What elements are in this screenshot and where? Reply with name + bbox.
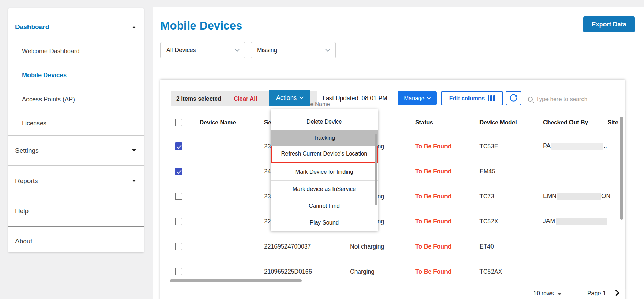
- cell-checked-out-by: EMNON: [543, 193, 610, 200]
- chevron-down-icon: [299, 95, 304, 99]
- status-filter-dropdown[interactable]: Missing: [251, 42, 336, 58]
- sidebar-item-label: Access Points (AP): [22, 96, 75, 103]
- table-header-row: Device Name Serial Number Status Device …: [169, 111, 625, 134]
- clear-all-button[interactable]: Clear All: [234, 95, 257, 102]
- cell-checked-out-by: JAM: [543, 218, 608, 225]
- pagination-bar: 10 rows Page 1: [160, 289, 625, 299]
- cell-checked-out-by: PA..: [543, 142, 607, 150]
- cell-charging: Not charging: [350, 243, 384, 250]
- chevron-down-icon: [132, 180, 136, 182]
- status-filter-value: Missing: [257, 47, 277, 54]
- sidebar-item-access-points[interactable]: Access Points (AP): [8, 87, 144, 111]
- devices-table-card: 2 items selected Clear All Device Name A…: [160, 80, 625, 299]
- next-page-button[interactable]: [613, 290, 619, 296]
- columns-icon: [488, 95, 495, 101]
- chevron-down-icon: [132, 149, 136, 152]
- row-checkbox[interactable]: [175, 268, 182, 275]
- export-data-button[interactable]: Export Data: [583, 16, 635, 32]
- last-updated-label: Last Updated: 08:01 PM: [323, 95, 387, 102]
- header-status[interactable]: Status: [415, 119, 433, 126]
- sidebar-item-help[interactable]: Help: [8, 196, 144, 226]
- sidebar-item-label: Reports: [15, 177, 38, 185]
- cell-device-model: EM45: [479, 168, 495, 175]
- cell-serial: 23: [264, 143, 271, 150]
- rows-per-page-dropdown[interactable]: 10 rows: [533, 290, 562, 297]
- menu-item-mark-device-for-finding[interactable]: Mark Device for finding: [271, 163, 378, 180]
- header-device-model[interactable]: Device Model: [479, 119, 517, 126]
- chevron-up-icon: [132, 26, 136, 28]
- sidebar-item-label: Licenses: [22, 120, 46, 127]
- menu-scrollbar[interactable]: [375, 134, 377, 205]
- table-row: 23 Not charging To Be Found TC53E PA..: [169, 134, 625, 159]
- table-row: 24 Charging To Be Found EM45: [169, 159, 625, 184]
- cell-serial: 22169524700037: [264, 243, 311, 250]
- cell-status: To Be Found: [415, 268, 452, 275]
- edit-columns-label: Edit columns: [449, 95, 485, 102]
- actions-dropdown-menu: Delete Device Tracking Refresh Current D…: [271, 109, 378, 231]
- sidebar-item-reports[interactable]: Reports: [8, 165, 144, 196]
- sidebar-item-dashboard[interactable]: Dashboard: [8, 15, 144, 39]
- sidebar-item-settings[interactable]: Settings: [8, 135, 144, 165]
- sidebar-item-label: About: [15, 238, 32, 245]
- sidebar-item-label: Help: [15, 207, 29, 215]
- chevron-down-icon: [557, 293, 562, 295]
- menu-item-cannot-find[interactable]: Cannot Find: [271, 197, 378, 214]
- search-icon: [528, 97, 533, 102]
- cell-status: To Be Found: [415, 243, 452, 250]
- refresh-button[interactable]: [506, 91, 521, 105]
- selected-count-label: 2 items selected: [176, 95, 221, 102]
- header-checked-out-by[interactable]: Checked Out By: [543, 119, 588, 126]
- header-site[interactable]: Site: [608, 119, 618, 126]
- redacted-text-block: [557, 193, 601, 200]
- menu-item-play-sound[interactable]: Play Sound: [271, 214, 378, 231]
- sidebar-item-mobile-devices[interactable]: Mobile Devices: [8, 63, 144, 87]
- sidebar-item-label: Dashboard: [15, 23, 49, 31]
- menu-item-delete-device[interactable]: Delete Device: [271, 113, 378, 130]
- sidebar-item-label: Welcome Dashboard: [22, 48, 80, 55]
- cell-serial: 24: [264, 168, 271, 175]
- cell-serial: 22: [264, 218, 271, 225]
- search-input[interactable]: [536, 96, 615, 103]
- table-row: 22 Not charging To Be Found TC52X JAM: [169, 209, 625, 234]
- cell-device-model: TC53E: [479, 143, 498, 150]
- chevron-down-icon: [427, 95, 431, 100]
- manage-button[interactable]: Manage: [398, 91, 437, 105]
- device-filter-value: All Devices: [166, 47, 196, 54]
- table-vertical-scrollbar[interactable]: [620, 117, 623, 220]
- devices-table: Device Name Serial Number Status Device …: [169, 111, 626, 289]
- menu-group-tracking: Tracking: [271, 130, 378, 146]
- page-number-label: Page 1: [587, 290, 606, 297]
- cell-status: To Be Found: [415, 168, 452, 175]
- redacted-text-block: [556, 218, 607, 225]
- cell-device-model: ET40: [479, 243, 494, 250]
- header-device-name[interactable]: Device Name: [200, 119, 236, 126]
- table-horizontal-scrollbar[interactable]: [170, 279, 302, 282]
- row-checkbox[interactable]: [175, 243, 182, 250]
- sidebar-item-about[interactable]: About: [8, 226, 144, 252]
- page-title: Mobile Devices: [160, 19, 242, 32]
- row-checkbox[interactable]: [175, 142, 182, 150]
- device-filter-dropdown[interactable]: All Devices: [160, 42, 245, 58]
- rows-per-page-label: 10 rows: [533, 290, 554, 297]
- menu-item-refresh-current-device-location[interactable]: Refresh Current Device's Location: [271, 146, 378, 163]
- row-checkbox[interactable]: [175, 218, 182, 225]
- actions-button[interactable]: Actions: [269, 90, 310, 106]
- select-all-checkbox[interactable]: [175, 119, 182, 126]
- edit-columns-button[interactable]: Edit columns: [441, 91, 503, 105]
- table-row: 23 Not charging To Be Found TC73 EMNON: [169, 184, 625, 209]
- cell-status: To Be Found: [415, 143, 452, 150]
- cell-charging: Charging: [350, 268, 374, 275]
- sidebar: Dashboard Welcome Dashboard Mobile Devic…: [8, 8, 144, 252]
- row-checkbox[interactable]: [175, 168, 182, 175]
- sidebar-item-label: Settings: [15, 147, 39, 154]
- table-scrollbar-track: [619, 111, 619, 289]
- sidebar-item-welcome-dashboard[interactable]: Welcome Dashboard: [8, 39, 144, 63]
- menu-item-mark-device-as-inservice[interactable]: Mark device as InService: [271, 180, 378, 197]
- chevron-down-icon: [235, 46, 240, 52]
- main-panel: Mobile Devices Export Data All Devices M…: [153, 7, 644, 299]
- row-checkbox[interactable]: [175, 193, 182, 200]
- sidebar-item-label: Mobile Devices: [22, 72, 67, 79]
- search-field: [527, 93, 622, 105]
- sidebar-item-licenses[interactable]: Licenses: [8, 111, 144, 135]
- cell-device-model: TC52X: [479, 218, 498, 225]
